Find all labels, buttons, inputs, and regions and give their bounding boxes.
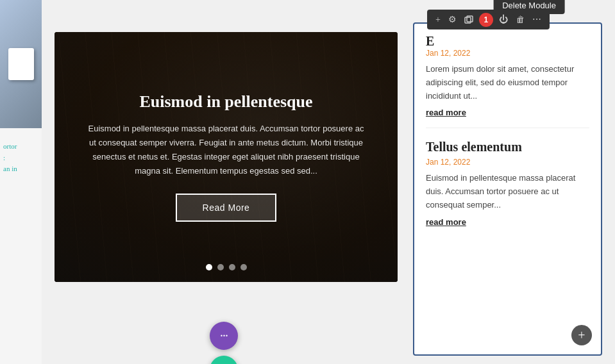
post-2-date: Jan 12, 2022 [426, 158, 589, 167]
right-panel-content: E Jan 12, 2022 Lorem ipsum dolor sit ame… [414, 24, 601, 354]
post-item-1: E Jan 12, 2022 Lorem ipsum dolor sit ame… [426, 34, 589, 128]
toolbar-more-icon[interactable]: ⋯ [529, 12, 544, 27]
toolbar-duplicate-icon[interactable] [461, 13, 476, 26]
toolbar-settings-icon[interactable]: ⚙ [445, 12, 460, 27]
toolbar-add-icon[interactable]: + [432, 13, 444, 27]
post-2-title: Tellus elementum [426, 138, 589, 155]
post-1-title: E [426, 34, 589, 49]
left-panel-image [0, 0, 42, 128]
slider-dots [206, 264, 247, 270]
dot-2[interactable] [217, 264, 224, 270]
slider-content: Euismod in pellentesque Euismod in pelle… [87, 92, 366, 222]
dot-4[interactable] [240, 264, 247, 270]
post-1-read-more[interactable]: read more [426, 108, 589, 117]
post-1-excerpt: Lorem ipsum dolor sit amet, consectetur … [426, 63, 589, 103]
fab-teal-button[interactable] [210, 356, 238, 364]
fab-purple-button[interactable]: ··· [210, 322, 238, 350]
slider-body: Euismod in pellentesque massa placerat d… [87, 122, 366, 178]
left-text-line3: an in [3, 163, 17, 175]
post-2-read-more[interactable]: read more [426, 217, 589, 227]
main-slider: Euismod in pellentesque Euismod in pelle… [55, 32, 398, 282]
toolbar-power-icon[interactable]: ⏻ [496, 13, 511, 27]
slider-background: Euismod in pellentesque Euismod in pelle… [55, 32, 398, 282]
post-item-2: Tellus elementum Jan 12, 2022 Euismod in… [426, 138, 589, 236]
post-1-date: Jan 12, 2022 [426, 49, 589, 58]
post-2-excerpt: Euismod in pellentesque massa placerat d… [426, 172, 589, 211]
left-text-line2: : [3, 153, 17, 164]
slider-read-more-button[interactable]: Read More [176, 194, 277, 222]
delete-module-tooltip: Delete Module [493, 0, 565, 14]
left-panel-text: ortor : an in [3, 141, 17, 175]
left-panel: ortor : an in [0, 0, 42, 364]
fab-purple-icon: ··· [220, 329, 228, 343]
dot-1[interactable] [206, 264, 212, 270]
right-module-panel: Delete Module + ⚙ 1 ⏻ 🗑 ⋯ E Jan 12, 2022… [413, 22, 602, 356]
slider-title: Euismod in pellentesque [87, 92, 366, 112]
toolbar-badge: 1 [479, 13, 493, 27]
left-text-line1: ortor [3, 141, 17, 153]
dot-3[interactable] [229, 264, 235, 270]
panel-add-button[interactable]: + [571, 325, 592, 345]
